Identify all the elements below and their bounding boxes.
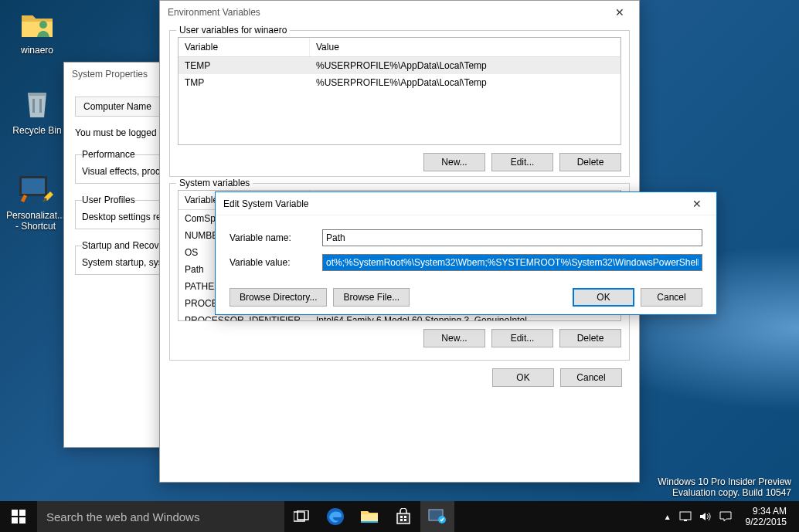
- taskbar-app-explorer[interactable]: [352, 501, 386, 532]
- clock-date: 9/22/2015: [746, 517, 787, 527]
- group-performance-legend: Performance: [82, 149, 135, 160]
- svg-point-0: [39, 21, 47, 29]
- group-startup-legend: Startup and Recovery: [82, 240, 172, 251]
- task-view-button[interactable]: [284, 501, 318, 532]
- tab-computer-name[interactable]: Computer Name: [75, 97, 160, 116]
- network-icon[interactable]: [679, 511, 692, 522]
- task-view-icon: [294, 510, 309, 523]
- svg-rect-2: [39, 99, 42, 113]
- system-icon: [428, 509, 447, 524]
- action-center-icon[interactable]: [719, 511, 732, 522]
- browse-file-button[interactable]: Browse File...: [333, 288, 410, 307]
- cell-var: TEMP: [178, 57, 310, 74]
- desktop-icon-winaero[interactable]: winaero: [8, 5, 66, 56]
- start-button[interactable]: [0, 501, 37, 532]
- search-input[interactable]: Search the web and Windows: [37, 501, 284, 532]
- delete-button[interactable]: Delete: [559, 329, 621, 347]
- svg-rect-7: [12, 517, 18, 524]
- new-button[interactable]: New...: [423, 153, 485, 171]
- folder-user-icon: [19, 5, 56, 42]
- close-icon[interactable]: ✕: [685, 198, 709, 210]
- variable-name-label: Variable name:: [230, 232, 322, 243]
- cell-val: %USERPROFILE%\AppData\Local\Temp: [310, 57, 620, 74]
- edge-icon: [326, 507, 345, 526]
- volume-icon[interactable]: [699, 511, 712, 522]
- col-value[interactable]: Value: [310, 38, 620, 56]
- svg-rect-12: [361, 521, 378, 523]
- table-row[interactable]: TEMP %USERPROFILE%\AppData\Local\Temp: [178, 57, 620, 74]
- svg-rect-13: [400, 516, 403, 518]
- browse-directory-button[interactable]: Browse Directory...: [230, 288, 327, 307]
- variable-value-label: Variable value:: [230, 257, 322, 268]
- taskbar-app-active[interactable]: [420, 501, 454, 532]
- svg-rect-15: [400, 519, 403, 521]
- close-icon[interactable]: ✕: [608, 6, 631, 19]
- taskbar-clock[interactable]: 9:34 AM 9/22/2015: [740, 506, 793, 528]
- desktop-icon-label: Personalizat... - Shortcut: [6, 210, 65, 232]
- build-line2: Evaluation copy. Build 10547: [658, 487, 791, 498]
- taskbar-app-store[interactable]: [386, 501, 420, 532]
- clock-time: 9:34 AM: [746, 506, 787, 517]
- svg-rect-5: [12, 510, 18, 516]
- table-row[interactable]: TMP %USERPROFILE%\AppData\Local\Temp: [178, 74, 620, 91]
- build-line1: Windows 10 Pro Insider Preview: [658, 476, 791, 487]
- store-icon: [395, 508, 412, 525]
- taskbar-app-edge[interactable]: [318, 501, 352, 532]
- cell-val: %USERPROFILE%\AppData\Local\Temp: [310, 74, 620, 91]
- svg-rect-6: [19, 510, 26, 516]
- envvars-title: Environment Variables: [168, 7, 260, 18]
- svg-rect-16: [404, 519, 406, 521]
- build-info: Windows 10 Pro Insider Preview Evaluatio…: [658, 476, 791, 498]
- delete-button[interactable]: Delete: [559, 153, 621, 171]
- taskbar: Search the web and Windows ▲ 9:34 AM 9/2…: [0, 501, 799, 532]
- desktop-icon-label: winaero: [8, 45, 66, 56]
- group-user-variables: User variables for winaero Variable Valu…: [169, 30, 630, 177]
- new-button[interactable]: New...: [423, 329, 485, 347]
- ok-button[interactable]: OK: [573, 288, 634, 307]
- recycle-bin-icon: [19, 85, 56, 122]
- system-tray: ▲ 9:34 AM 9/22/2015: [664, 506, 799, 528]
- user-variables-table[interactable]: Variable Value TEMP %USERPROFILE%\AppDat…: [178, 37, 621, 145]
- svg-rect-20: [684, 520, 687, 521]
- variable-name-input[interactable]: [322, 229, 702, 246]
- svg-rect-8: [19, 517, 26, 524]
- tray-chevron-up-icon[interactable]: ▲: [664, 513, 672, 521]
- svg-rect-1: [32, 99, 35, 113]
- ok-button[interactable]: OK: [492, 368, 554, 387]
- cell-var: TMP: [178, 74, 310, 91]
- svg-rect-4: [22, 178, 45, 194]
- dialog-edit-system-variable: Edit System Variable ✕ Variable name: Va…: [215, 191, 717, 315]
- edit-button[interactable]: Edit...: [491, 153, 553, 171]
- group-user-variables-label: User variables for winaero: [176, 25, 290, 36]
- group-system-variables-label: System variables: [176, 178, 253, 188]
- file-explorer-icon: [360, 509, 379, 524]
- cancel-button[interactable]: Cancel: [560, 368, 622, 387]
- svg-rect-14: [404, 516, 406, 518]
- cancel-button[interactable]: Cancel: [641, 288, 702, 307]
- desktop: winaero Recycle Bin Personalizat... - Sh…: [0, 0, 799, 532]
- svg-rect-19: [680, 512, 691, 520]
- group-user-profiles-legend: User Profiles: [82, 195, 135, 205]
- variable-value-input[interactable]: [322, 254, 702, 271]
- edit-button[interactable]: Edit...: [491, 329, 553, 347]
- windows-logo-icon: [12, 510, 26, 524]
- desktop-icon-personalization[interactable]: Personalizat... - Shortcut: [6, 170, 65, 232]
- search-placeholder: Search the web and Windows: [46, 510, 199, 524]
- desktop-icon-label: Recycle Bin: [8, 125, 66, 136]
- personalization-icon: [17, 170, 54, 207]
- editvar-title: Edit System Variable: [223, 198, 309, 209]
- desktop-icon-recycle-bin[interactable]: Recycle Bin: [8, 85, 66, 136]
- col-variable[interactable]: Variable: [178, 38, 310, 56]
